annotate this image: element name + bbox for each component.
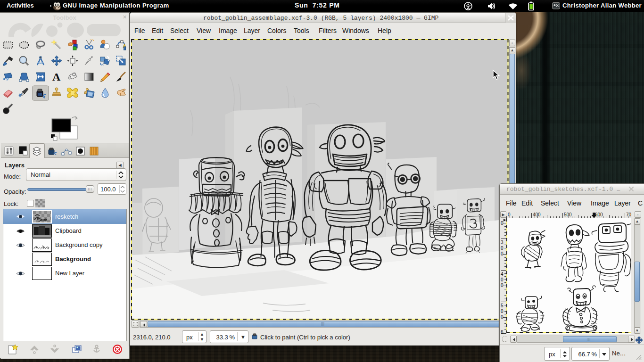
- svg-text:70: 70: [626, 212, 632, 217]
- svg-text:500: 500: [564, 212, 572, 217]
- svg-text:5: 5: [501, 303, 504, 308]
- svg-text:4: 4: [501, 272, 504, 277]
- svg-text:400: 400: [533, 212, 541, 217]
- svg-text:0: 0: [501, 246, 504, 251]
- svg-text:A: A: [52, 71, 61, 83]
- svg-text:3: 3: [501, 240, 504, 245]
- svg-text:0: 0: [508, 212, 511, 217]
- svg-text:0: 0: [501, 309, 504, 314]
- svg-text:0: 0: [501, 283, 504, 288]
- svg-text:6: 6: [501, 329, 504, 334]
- svg-text:0: 0: [501, 277, 504, 282]
- svg-text:0: 0: [501, 314, 504, 320]
- svg-text:600: 600: [595, 212, 603, 217]
- svg-text:0: 0: [501, 221, 504, 226]
- svg-text:0: 0: [501, 251, 504, 256]
